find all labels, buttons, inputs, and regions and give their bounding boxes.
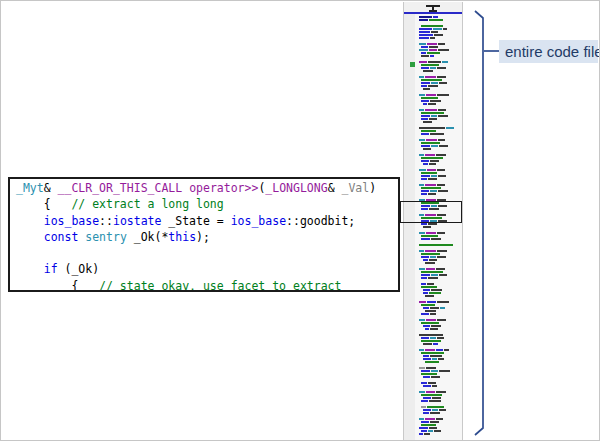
zoomed-code-box: _Myt& __CLR_OR_THIS_CALL operator>>(_LON…	[8, 177, 400, 292]
minimap-header[interactable]	[404, 2, 462, 12]
minimap-code-preview[interactable]	[419, 16, 461, 436]
code-line	[16, 245, 398, 261]
code-line: _Myt& __CLR_OR_THIS_CALL operator>>(_LON…	[16, 180, 398, 196]
figure-minimap-annotation: _Myt& __CLR_OR_THIS_CALL operator>>(_LON…	[0, 0, 600, 441]
minimap-line	[419, 433, 461, 436]
minimap-viewport-rect[interactable]	[400, 201, 462, 223]
minimap-change-marker	[410, 62, 415, 67]
code-line: { // state okay, use facet to extract	[16, 278, 398, 292]
code-line: ios_base::iostate _State = ios_base::goo…	[16, 213, 398, 229]
code-line: if (_Ok)	[16, 261, 398, 277]
scroll-map-handle-icon[interactable]	[426, 5, 440, 12]
code-line: { // extract a long long	[16, 196, 398, 212]
code-line: const sentry _Ok(*this);	[16, 229, 398, 245]
minimap-margin	[404, 14, 415, 441]
callout-bracket	[471, 1, 600, 441]
callout-label: entire code file	[499, 40, 598, 63]
